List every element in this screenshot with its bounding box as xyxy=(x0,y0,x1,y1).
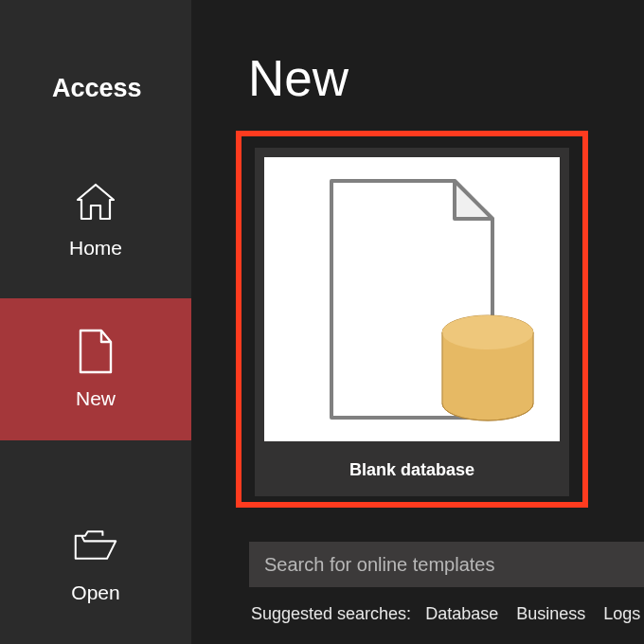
sidebar-item-label: Home xyxy=(69,237,122,259)
sidebar-item-label: Open xyxy=(71,581,119,604)
folder-open-icon xyxy=(73,523,118,568)
sidebar-item-home[interactable]: Home xyxy=(0,148,191,290)
suggested-searches: Suggested searches: Database Business Lo… xyxy=(251,604,644,624)
suggested-link-business[interactable]: Business xyxy=(516,604,585,623)
svg-point-1 xyxy=(442,315,533,349)
sidebar-item-open[interactable]: Open xyxy=(0,492,191,635)
sidebar: Access Home New Open xyxy=(0,0,191,644)
search-input[interactable] xyxy=(249,542,644,587)
suggested-link-logs[interactable]: Logs xyxy=(603,604,640,623)
sidebar-item-label: New xyxy=(76,387,116,410)
main-area: New Blank database xyxy=(191,0,644,644)
template-tile-blank-database[interactable]: Blank database xyxy=(255,148,569,496)
new-document-icon xyxy=(73,329,118,374)
blank-database-icon xyxy=(289,167,535,432)
suggested-searches-label: Suggested searches: xyxy=(251,604,411,623)
template-preview xyxy=(264,157,560,441)
app-title: Access xyxy=(52,74,142,103)
sidebar-item-new[interactable]: New xyxy=(0,298,191,440)
highlight-frame: Blank database xyxy=(236,131,588,508)
home-icon xyxy=(73,178,118,224)
suggested-link-database[interactable]: Database xyxy=(425,604,498,623)
page-title: New xyxy=(248,49,349,107)
template-tile-label: Blank database xyxy=(349,460,474,480)
search-box xyxy=(249,542,644,587)
